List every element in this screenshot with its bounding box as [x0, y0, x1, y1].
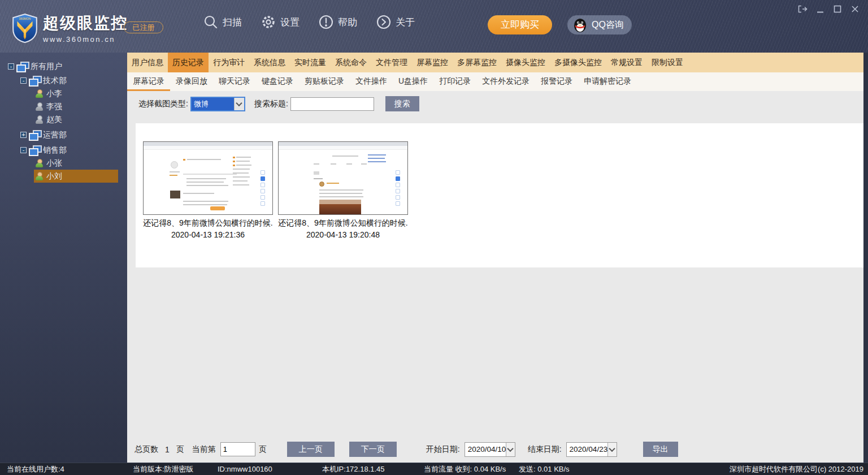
subtab-alarm-record[interactable]: 报警记录	[535, 72, 578, 91]
help-icon	[319, 15, 333, 29]
filter-bar: 选择截图类型: 微博 搜索标题: 搜索	[127, 91, 868, 116]
tree-item-label: 小刘	[46, 171, 62, 182]
tree-item-tech-dept[interactable]: 技术部	[0, 74, 127, 87]
about-button[interactable]: 关于	[376, 15, 415, 29]
tab-behavior-audit[interactable]: 行为审计	[209, 53, 249, 72]
tab-system-info[interactable]: 系统信息	[249, 53, 290, 72]
total-pages-label: 总页数	[134, 444, 158, 455]
collapse-icon[interactable]	[20, 77, 27, 84]
tree-item-zhaomei[interactable]: 赵美	[0, 113, 127, 126]
registered-badge: 已注册	[124, 21, 163, 33]
subtab-file-outgoing-record[interactable]: 文件外发记录	[476, 72, 535, 91]
next-page-button[interactable]: 下一页	[349, 442, 397, 457]
tab-multi-camera-monitor[interactable]: 多摄像头监控	[550, 53, 606, 72]
tree-item-xiaozhang[interactable]: 小张	[0, 157, 127, 170]
settings-button[interactable]: 设置	[261, 15, 300, 29]
tree-item-xiaoli[interactable]: 小李	[0, 87, 127, 100]
tab-multi-screen-monitor[interactable]: 多屏幕监控	[453, 53, 501, 72]
current-page-input[interactable]	[220, 442, 255, 456]
version-status: 当前版本:防泄密版	[133, 463, 194, 475]
app-website: www.360mon.cn	[43, 35, 128, 44]
machine-id-status: ID:nmww100160	[218, 463, 272, 475]
tab-history[interactable]: 历史记录	[168, 53, 209, 72]
screenshot-result-card: 还记得8、9年前微博公知横行的时候. 2020-04-13 19:20:48	[276, 141, 410, 239]
svg-text:360MON: 360MON	[19, 17, 31, 20]
subtab-chat-record[interactable]: 聊天记录	[213, 72, 256, 91]
screenshot-thumbnail[interactable]	[143, 141, 273, 215]
shield-logo-icon: 360MON	[11, 14, 38, 43]
chevron-down-icon[interactable]	[234, 98, 244, 110]
close-icon[interactable]	[850, 5, 860, 14]
help-button[interactable]: 帮助	[319, 15, 357, 29]
results-panel: 还记得8、9年前微博公知横行的时候. 2020-04-13 19:21:36	[136, 123, 863, 267]
maximize-icon[interactable]	[832, 5, 843, 14]
expand-icon[interactable]	[20, 132, 27, 138]
start-date-value: 2020/04/10	[465, 443, 506, 456]
tree-item-label: 小李	[46, 89, 62, 99]
app-title: 超级眼监控	[43, 12, 128, 34]
subtab-screen-record[interactable]: 屏幕记录	[127, 72, 170, 91]
screenshot-type-value: 微博	[192, 98, 234, 110]
chevron-down-icon[interactable]	[607, 443, 616, 456]
tab-realtime-traffic[interactable]: 实时流量	[290, 53, 331, 72]
screenshot-thumbnail[interactable]	[278, 141, 408, 215]
search-title-input[interactable]	[290, 97, 374, 111]
subtab-decrypt-request-record[interactable]: 申请解密记录	[578, 72, 637, 91]
popout-icon[interactable]	[797, 5, 808, 14]
collapse-icon[interactable]	[8, 63, 14, 70]
sub-tab-bar: 屏幕记录 录像回放 聊天记录 键盘记录 剪贴板记录 文件操作 U盘操作 打印记录…	[127, 72, 868, 91]
tab-general-settings[interactable]: 常规设置	[606, 53, 647, 72]
local-ip-status: 本机IP:172.18.1.45	[322, 463, 385, 475]
chevron-down-icon[interactable]	[506, 443, 514, 456]
pages-unit: 页	[176, 444, 184, 455]
end-date-select[interactable]: 2020/04/23	[566, 442, 617, 457]
total-pages-value: 1	[165, 445, 170, 454]
tree-item-label: 所有用户	[31, 62, 62, 72]
search-button[interactable]: 搜索	[385, 96, 419, 111]
collapse-icon[interactable]	[20, 147, 27, 153]
tree-item-operations-dept[interactable]: 运营部	[0, 128, 127, 141]
buy-now-button[interactable]: 立即购买	[488, 15, 552, 34]
tab-camera-monitor[interactable]: 摄像头监控	[501, 53, 550, 72]
computers-group-icon	[16, 62, 28, 71]
search-icon	[203, 15, 218, 29]
tree-item-sales-dept[interactable]: 销售部	[0, 144, 127, 157]
subtab-file-operation[interactable]: 文件操作	[350, 72, 393, 91]
tab-user-info[interactable]: 用户信息	[127, 53, 168, 72]
about-icon	[376, 15, 391, 29]
subtab-clipboard-record[interactable]: 剪贴板记录	[299, 72, 350, 91]
scan-label: 扫描	[223, 16, 242, 29]
minimize-icon[interactable]	[815, 5, 825, 14]
gear-icon	[261, 15, 276, 29]
tab-file-manage[interactable]: 文件管理	[371, 53, 412, 72]
start-date-select[interactable]: 2020/04/10	[465, 442, 515, 457]
online-users-status: 当前在线用户数:4	[7, 463, 64, 475]
screenshot-type-select[interactable]: 微博	[190, 97, 245, 111]
status-bar: 当前在线用户数:4 当前版本:防泄密版 ID:nmww100160 本机IP:1…	[0, 463, 868, 475]
tree-item-label: 李强	[46, 102, 62, 112]
tab-limit-settings[interactable]: 限制设置	[647, 53, 688, 72]
subtab-print-record[interactable]: 打印记录	[433, 72, 476, 91]
screenshot-result-card: 还记得8、9年前微博公知横行的时候. 2020-04-13 19:21:36	[141, 141, 275, 239]
settings-label: 设置	[280, 16, 300, 29]
screenshot-timestamp: 2020-04-13 19:20:48	[276, 230, 410, 239]
copyright-text: 深圳市超时代软件有限公司(c) 2012-2019	[730, 463, 863, 475]
tree-item-label: 赵美	[46, 115, 62, 125]
tree-item-all-users[interactable]: 所有用户	[0, 60, 127, 73]
tree-item-xiaoliu-selected[interactable]: 小刘	[0, 170, 127, 183]
tree-item-label: 销售部	[43, 145, 67, 156]
export-button[interactable]: 导出	[643, 442, 678, 457]
tree-item-liqiang[interactable]: 李强	[0, 100, 127, 113]
user-tree-sidebar: 所有用户 技术部 小李 李强 赵美 运营部 销售部 小张 小刘	[0, 53, 127, 463]
tab-screen-monitor[interactable]: 屏幕监控	[412, 53, 453, 72]
subtab-usb-operation[interactable]: U盘操作	[393, 72, 433, 91]
scan-button[interactable]: 扫描	[203, 15, 242, 29]
tree-item-label: 小张	[46, 158, 62, 169]
screenshot-title: 还记得8、9年前微博公知横行的时候.	[141, 218, 275, 228]
prev-page-button[interactable]: 上一页	[287, 442, 335, 457]
subtab-keyboard-record[interactable]: 键盘记录	[256, 72, 299, 91]
tab-system-command[interactable]: 系统命令	[331, 53, 371, 72]
end-date-value: 2020/04/23	[567, 443, 608, 456]
qq-consult-button[interactable]: QQ咨询	[567, 15, 632, 34]
subtab-video-playback[interactable]: 录像回放	[170, 72, 213, 91]
